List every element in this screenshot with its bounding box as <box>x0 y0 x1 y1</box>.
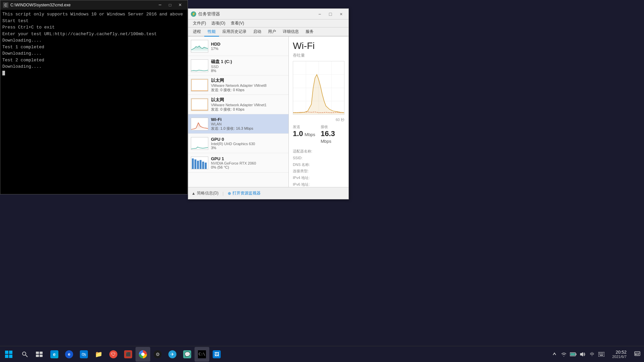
detail-subtitle: 吞吐量 <box>293 53 344 58</box>
explorer-icon: 📁 <box>95 350 103 358</box>
ipv6-label: IPv6 地址: <box>293 181 310 187</box>
start-button[interactable] <box>0 346 17 362</box>
svg-rect-17 <box>5 355 8 358</box>
resource-monitor-icon: ⊕ <box>228 191 231 196</box>
tab-app-history[interactable]: 应用历史记录 <box>219 27 250 37</box>
device-eth1[interactable]: 以太网 VMware Network Adapter VMnet8 发送: 0 … <box>188 75 288 95</box>
tray-battery-icon[interactable] <box>569 350 577 358</box>
device-hdd-name: HDD <box>211 42 286 47</box>
tab-users[interactable]: 用户 <box>265 27 279 37</box>
svg-rect-34 <box>600 354 601 354</box>
cmd-minimize[interactable]: − <box>155 2 165 8</box>
app5-button[interactable]: 🛡 <box>106 347 121 362</box>
edge-icon: e <box>50 350 58 358</box>
store-button[interactable]: 🛍 <box>76 347 91 362</box>
svg-rect-4 <box>195 159 197 169</box>
device-eth1-stat: 发送: 0 接收: 0 Kbps <box>211 87 286 93</box>
cmd-line-3: Press Ctrl+C to exit <box>2 24 185 31</box>
svg-rect-7 <box>202 162 204 169</box>
tm-menu-options[interactable]: 选项(O) <box>209 20 228 27</box>
app10-button[interactable]: 💬 <box>180 347 195 362</box>
tm-menu-view[interactable]: 查看(V) <box>228 20 247 27</box>
svg-rect-37 <box>600 355 603 356</box>
svg-rect-35 <box>601 354 602 354</box>
tm-titlebar[interactable]: ⚡ 任务管理器 − □ × <box>188 9 348 19</box>
device-ssd[interactable]: 磁盘 1 (C:) SSD 8% <box>188 56 288 75</box>
device-wifi-stat: 发送: 1.0 接收: 16.3 Mbps <box>211 126 286 131</box>
cmd-line-2: Start test <box>2 18 185 24</box>
device-hdd-stat: 17% <box>211 47 286 51</box>
collapse-label: 简略信息(D) <box>197 190 219 196</box>
taskbar: e e 🛍 📁 🛡 ⬛ ⚙ ✈ 💬 C:\ 🖼 <box>0 346 644 362</box>
cmd-close[interactable]: × <box>175 2 185 8</box>
tray-ime-icon[interactable]: 中 <box>588 350 596 358</box>
svg-rect-8 <box>205 163 207 169</box>
device-eth2-name: 以太网 <box>211 97 286 103</box>
photo-button[interactable]: 🖼 <box>209 347 224 362</box>
svg-rect-38 <box>635 352 640 356</box>
info-row-conn: 连接类型: <box>293 168 344 175</box>
chrome-icon <box>139 350 147 358</box>
telegram-icon: ✈ <box>168 350 176 358</box>
edge-browser-button[interactable]: e <box>47 347 62 362</box>
open-resource-monitor-link[interactable]: ⊕ 打开资源监视器 <box>228 190 261 196</box>
device-eth2-info: 以太网 VMware Network Adapter VMnet1 发送: 0 … <box>211 97 286 112</box>
telegram-button[interactable]: ✈ <box>165 347 180 362</box>
tray-volume-icon[interactable] <box>579 350 587 358</box>
task-view-button[interactable] <box>32 347 47 362</box>
tray-wifi-icon[interactable] <box>560 350 568 358</box>
media-player-button[interactable]: ⚙ <box>150 347 165 362</box>
taskmanager-window: ⚡ 任务管理器 − □ × 文件(F) 选项(O) 查看(V) 进程 性能 应用… <box>188 8 349 199</box>
device-eth2[interactable]: 以太网 VMware Network Adapter VMnet1 发送: 0 … <box>188 95 288 114</box>
tray-overflow-button[interactable] <box>550 350 558 358</box>
chrome-button[interactable] <box>136 347 150 362</box>
cmd-taskbar-icon: C:\ <box>198 350 206 358</box>
tray-keyboard-icon[interactable] <box>597 350 605 358</box>
device-gpu1[interactable]: GPU 1 NVIDIA GeForce RTX 2060 0% (56 °C) <box>188 153 288 173</box>
tab-services[interactable]: 服务 <box>302 27 317 37</box>
svg-rect-18 <box>9 355 12 358</box>
ie-browser-button[interactable]: e <box>62 347 76 362</box>
cmd-taskbar-button[interactable]: C:\ <box>195 347 209 362</box>
chevron-up-icon <box>552 352 556 357</box>
explorer-button[interactable]: 📁 <box>91 347 106 362</box>
device-wifi[interactable]: Wi-Fi WLAN 发送: 1.0 接收: 16.3 Mbps <box>188 114 288 134</box>
detail-title: Wi-Fi <box>293 41 344 51</box>
tm-collapse-btn[interactable]: ▲ 简略信息(D) <box>192 190 219 196</box>
tm-close-button[interactable]: × <box>336 11 346 17</box>
device-hdd[interactable]: HDD 17% <box>188 37 288 56</box>
tm-minimize-button[interactable]: − <box>315 11 324 17</box>
device-gpu0[interactable]: GPU 0 Intel(R) UHD Graphics 630 3% <box>188 134 288 153</box>
device-hdd-chart <box>191 40 208 53</box>
svg-rect-30 <box>600 353 601 353</box>
svg-rect-36 <box>603 354 603 354</box>
cmd-content: This script only supports Windows 10 or … <box>0 10 187 78</box>
system-tray: 中 <box>548 350 608 358</box>
tm-menu-file[interactable]: 文件(F) <box>190 20 209 27</box>
info-row-ipv6: IPv6 地址: <box>293 181 344 187</box>
tm-icon: ⚡ <box>191 11 196 17</box>
svg-rect-40 <box>635 354 637 355</box>
cmd-titlebar[interactable]: C C:\WINDOWS\system32\cmd.exe − □ × <box>0 0 187 10</box>
tm-maximize-button[interactable]: □ <box>326 11 335 17</box>
task-view-icon <box>36 352 43 357</box>
cmd-line-9: Downloading.... <box>2 63 185 70</box>
git-button[interactable]: ⬛ <box>121 347 136 362</box>
tab-performance[interactable]: 性能 <box>204 27 219 37</box>
tab-startup[interactable]: 启动 <box>250 27 265 37</box>
tab-processes[interactable]: 进程 <box>190 27 204 37</box>
taskbar-clock[interactable]: 20:52 2021/6/7 <box>608 350 631 359</box>
cmd-cursor-line <box>2 70 185 77</box>
svg-line-20 <box>25 355 28 357</box>
wifi-icon <box>561 352 567 357</box>
ipv4-label: IPv4 地址: <box>293 175 310 181</box>
battery-icon <box>570 352 577 357</box>
device-eth1-info: 以太网 VMware Network Adapter VMnet8 发送: 0 … <box>211 77 286 93</box>
tab-details[interactable]: 详细信息 <box>279 27 302 37</box>
cmd-icon: C <box>3 2 8 8</box>
device-ssd-name: 磁盘 1 (C:) <box>211 59 286 65</box>
cmd-maximize[interactable]: □ <box>165 2 175 8</box>
search-button[interactable] <box>17 347 32 362</box>
device-gpu1-sub: NVIDIA GeForce RTX 2060 <box>211 161 286 165</box>
notification-center-button[interactable] <box>631 346 644 362</box>
